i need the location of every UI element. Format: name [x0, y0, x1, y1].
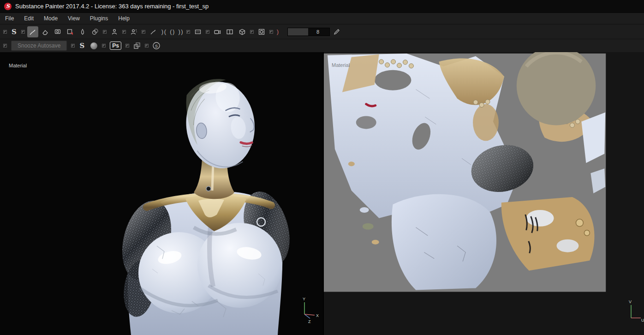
menu-mode[interactable]: Mode	[39, 13, 63, 24]
plugins-toolbar: Snooze Autosave S Ps S	[0, 39, 644, 52]
bust-render	[0, 52, 323, 335]
svg-text:Y: Y	[303, 297, 305, 301]
menu-bar: File Edit Mode View Plugins Help	[0, 12, 644, 24]
tear-off-icon[interactable]	[142, 30, 145, 34]
menu-edit[interactable]: Edit	[19, 13, 39, 24]
menu-plugins[interactable]: Plugins	[85, 13, 113, 24]
menu-help[interactable]: Help	[113, 13, 135, 24]
export-textures-icon[interactable]	[131, 40, 143, 51]
clone-tool[interactable]	[89, 26, 101, 37]
smudge-tool[interactable]	[77, 26, 88, 37]
tear-off-icon[interactable]	[71, 44, 75, 48]
axis-gizmo-3d: Y Z X	[299, 296, 321, 324]
polygon-fill-tool[interactable]	[65, 26, 76, 37]
sphere-icon[interactable]	[90, 42, 97, 49]
post-effects-icon[interactable]	[256, 26, 267, 37]
viewport-3d[interactable]: Material	[0, 52, 323, 335]
uv-render	[324, 52, 644, 335]
main-toolbar: S ) ( ( ) )	[0, 24, 644, 39]
app-logo-icon: S	[4, 3, 12, 10]
tear-off-icon[interactable]	[186, 30, 190, 34]
path-start-icon[interactable]: ) (	[160, 28, 167, 35]
tear-off-icon[interactable]	[125, 44, 129, 48]
viewport-2d-mode-label: Material	[332, 62, 350, 68]
photoshop-export-icon[interactable]: Ps	[110, 42, 121, 50]
tear-off-icon[interactable]	[21, 30, 25, 34]
tear-off-icon[interactable]	[103, 30, 107, 34]
tear-off-icon[interactable]	[102, 44, 106, 48]
tear-off-icon[interactable]	[250, 30, 254, 34]
svg-text:X: X	[316, 313, 319, 318]
snooze-autosave-button[interactable]: Snooze Autosave	[11, 41, 67, 51]
edit-brush-icon[interactable]	[331, 26, 342, 37]
tear-off-icon[interactable]	[145, 44, 149, 48]
brush-size-value: 8	[316, 29, 319, 35]
tear-off-icon[interactable]	[3, 44, 7, 48]
svg-text:Z: Z	[308, 319, 311, 324]
substance-painter-window: S Substance Painter 2017.4.2 - License: …	[0, 0, 644, 335]
projection-tool[interactable]	[52, 26, 63, 37]
tear-off-icon[interactable]	[122, 30, 126, 34]
path-end-icon[interactable]: ) )	[177, 28, 184, 35]
svg-text:S: S	[155, 44, 158, 48]
tear-off-icon[interactable]	[3, 30, 7, 34]
substance-share-icon[interactable]: S	[151, 40, 162, 51]
physical-paint-tool[interactable]	[109, 26, 120, 37]
material-picker-tool[interactable]	[148, 26, 159, 37]
window-title: Substance Painter 2017.4.2 - License: 36…	[15, 3, 209, 10]
path-join-icon[interactable]: ( )	[168, 28, 175, 35]
paint-brush-tool[interactable]	[27, 26, 38, 37]
axis-gizmo-2d: V U	[626, 299, 644, 323]
menu-file[interactable]: File	[0, 13, 19, 24]
split-view-icon[interactable]	[224, 26, 235, 37]
title-bar: S Substance Painter 2017.4.2 - License: …	[0, 0, 644, 12]
svg-text:V: V	[629, 299, 632, 304]
viewport-settings-icon[interactable]	[192, 26, 203, 37]
quick-mask-icon[interactable]: )	[275, 28, 280, 35]
svg-text:U: U	[641, 318, 644, 323]
camera-view-icon[interactable]	[212, 26, 223, 37]
particles-tool[interactable]	[128, 26, 139, 37]
menu-view[interactable]: View	[63, 13, 85, 24]
brush-size-slider[interactable]: 8	[287, 28, 330, 36]
substance-menu-icon[interactable]: S	[9, 28, 19, 36]
slider-fill	[288, 28, 308, 36]
viewport-area: Material	[0, 52, 644, 335]
eraser-tool[interactable]	[40, 26, 51, 37]
perspective-cube-icon[interactable]	[237, 26, 248, 37]
viewport-2d[interactable]: Material	[323, 52, 644, 335]
viewport-3d-mode-label: Material	[9, 63, 27, 68]
resources-updater-icon[interactable]: S	[77, 42, 87, 50]
tear-off-icon[interactable]	[269, 30, 273, 34]
tear-off-icon[interactable]	[206, 30, 209, 34]
